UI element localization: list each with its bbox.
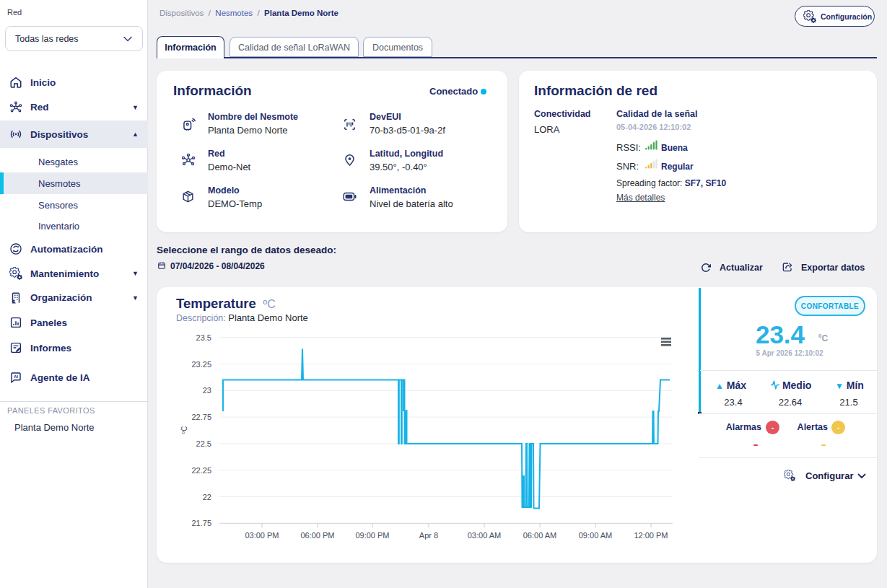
svg-text:09:00 AM: 09:00 AM <box>579 531 612 540</box>
svg-text:03:00 AM: 03:00 AM <box>468 531 501 540</box>
svg-text:23.5: 23.5 <box>196 333 211 342</box>
svg-text:23.25: 23.25 <box>191 360 211 369</box>
svg-text:22.25: 22.25 <box>191 466 211 475</box>
svg-text:22: 22 <box>203 493 211 501</box>
svg-text:09:00 PM: 09:00 PM <box>355 531 389 540</box>
svg-text:06:00 PM: 06:00 PM <box>300 531 334 540</box>
svg-text:AI: AI <box>14 374 18 379</box>
svg-text:21.75: 21.75 <box>191 519 211 527</box>
svg-text:03:00 PM: 03:00 PM <box>245 531 279 540</box>
svg-text:22.5: 22.5 <box>196 439 211 448</box>
svg-text:22.75: 22.75 <box>191 413 211 421</box>
svg-text:06:00 AM: 06:00 AM <box>523 531 556 540</box>
svg-text:23: 23 <box>203 386 211 395</box>
svg-text:ºC: ºC <box>180 426 188 434</box>
svg-text:12:00 PM: 12:00 PM <box>634 531 668 540</box>
svg-text:Apr 8: Apr 8 <box>419 531 438 540</box>
